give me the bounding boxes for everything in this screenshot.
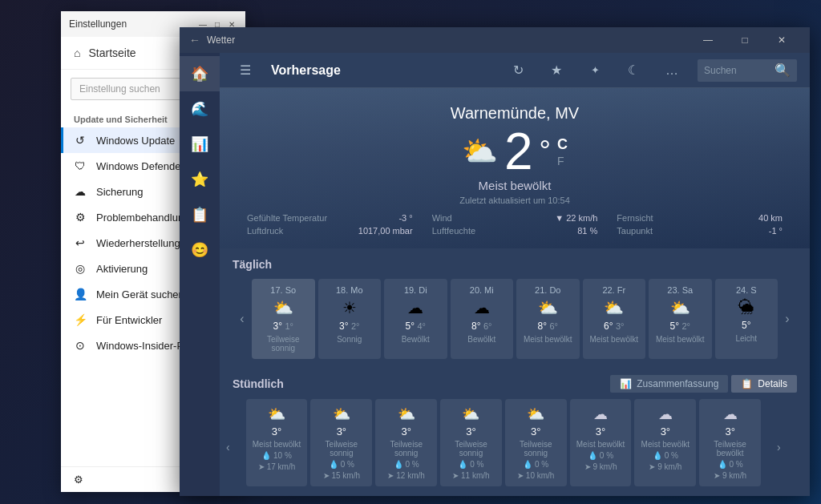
hour-temp-5: 3° [596,425,605,437]
day-icon-5: ⛅ [604,298,624,317]
hour-rain-7: 💧 0 % [718,460,743,469]
wiederherstellung-label: Wiederherstellung [96,237,180,249]
weather-topbar: ☰ Vorhersage ↻ ★ ✦ ☾ … 🔍 [220,53,810,88]
zusammenfassung-icon: 📊 [620,378,632,389]
sicherung-label: Sicherung [96,186,144,198]
hour-rain-2: 💧 0 % [394,460,419,469]
hour-label-6: Meist bewölkt [641,440,690,449]
unit-celsius[interactable]: C [557,136,568,153]
weather-sidebar: 🏠 🌊 📊 ⭐ 📋 😊 [180,53,220,496]
day-temps-4: 8° 6° [538,321,558,332]
daily-next-button[interactable]: › [778,279,797,359]
hour-label-3: Teilweise sonnig [443,440,499,458]
hour-rain-0: 💧 10 % [261,451,292,460]
hour-card-4[interactable]: ⛅ 3° Teilweise sonnig 💧 0 % ➤ 10 km/h [505,399,567,486]
weather-back-icon[interactable]: ← [189,34,200,46]
hour-temp-1: 3° [337,425,346,437]
refresh-icon[interactable]: ↻ [505,58,531,83]
day-card-3[interactable]: 20. Mi ☁ 8° 6° Bewölkt [451,279,514,359]
hour-wind-0: ➤ 17 km/h [258,462,295,471]
day-label-4: Meist bewölkt [524,335,572,344]
hourly-next-button[interactable]: › [774,441,784,454]
daily-scroll: ‹ 17. So ⛅ 3° 1° Teilweise sonnig 18. Mo [233,279,797,359]
hour-rain-3: 💧 0 % [458,460,483,469]
settings-title: Einstellungen [69,18,127,30]
search-input[interactable] [704,65,768,76]
day-card-4[interactable]: 21. Do ⛅ 8° 6° Meist bewölkt [516,279,580,359]
hour-rain-1: 💧 0 % [329,460,354,469]
hour-card-6[interactable]: ☁ 3° Meist bewölkt 💧 0 % ➤ 9 km/h [634,399,696,486]
entwickler-label: Für Entwickler [96,314,162,326]
day-card-1[interactable]: 18. Mo ☀ 3° 2° Sonnig [318,279,382,359]
day-card-7[interactable]: 24. S 🌦 5° Leicht [715,279,779,359]
hour-label-2: Teilweise sonnig [378,440,434,458]
hero-detail-dewpoint: Taupunkt -1 ° [613,226,786,236]
weather-window: ← Wetter — □ ✕ 🏠 🌊 📊 ⭐ 📋 😊 ☰ Vorhersage … [180,27,810,496]
hour-card-0[interactable]: ⛅ 3° Meist bewölkt 💧 10 % ➤ 17 km/h [246,399,308,486]
hour-icon-4: ⛅ [527,405,544,423]
home-icon: ⌂ [74,46,80,59]
daily-section: Täglich ‹ 17. So ⛅ 3° 1° Teilweise sonni… [220,248,810,369]
hour-card-1[interactable]: ⛅ 3° Teilweise sonnig 💧 0 % ➤ 15 km/h [310,399,372,486]
tab-zusammenfassung[interactable]: 📊 Zusammenfassung [610,375,728,393]
settings-icon[interactable]: ✦ [582,58,608,83]
mein-gerat-label: Mein Gerät suchen [96,288,184,300]
day-name-6: 23. Sa [667,285,693,295]
sidebar-nav-favorites[interactable]: ⭐ [180,162,220,197]
problembehandlung-label: Problembehandlung [96,212,189,224]
day-card-0[interactable]: 17. So ⛅ 3° 1° Teilweise sonnig [252,279,315,359]
moon-icon[interactable]: ☾ [621,58,646,83]
sidebar-nav-feedback[interactable]: 😊 [180,232,220,268]
hour-temp-6: 3° [661,425,670,437]
windows-defender-label: Windows Defender [96,160,184,172]
day-card-5[interactable]: 22. Fr ⛅ 6° 3° Meist bewölkt [583,279,646,359]
hour-card-5[interactable]: ☁ 3° Meist bewölkt 💧 0 % ➤ 9 km/h [570,399,632,486]
hour-wind-5: ➤ 9 km/h [584,462,617,471]
problembehandlung-icon: ⚙ [74,211,87,224]
hour-card-7[interactable]: ☁ 3° Teilweise bewölkt 💧 0 % ➤ 9 km/h [699,399,761,486]
day-card-2[interactable]: 19. Di ☁ 5° 4° Bewölkt [384,279,447,359]
hour-wind-2: ➤ 12 km/h [387,471,424,480]
day-name-7: 24. S [736,285,757,295]
hour-temp-4: 3° [531,425,540,437]
aktivierung-label: Aktivierung [96,263,148,275]
daily-prev-button[interactable]: ‹ [233,279,252,359]
day-label-1: Sonnig [337,335,362,344]
more-icon[interactable]: … [659,58,685,83]
hourly-title: Stündlich [233,377,284,390]
hour-temp-2: 3° [401,425,410,437]
hour-label-0: Meist bewölkt [253,440,301,449]
weather-maximize-button[interactable]: □ [726,27,763,53]
sidebar-nav-news[interactable]: 📋 [180,197,220,232]
hourly-prev-button[interactable]: ‹ [223,441,233,454]
topbar-search[interactable]: 🔍 [698,59,797,82]
hero-unit-col: C F [557,136,568,167]
weather-close-button[interactable]: ✕ [763,27,800,53]
hour-temp-3: 3° [466,425,475,437]
hour-rain-5: 💧 0 % [588,451,613,460]
hour-icon-1: ⛅ [333,405,350,423]
aktivierung-icon: ◎ [74,262,87,275]
hero-detail-pressure: Luftdruck 1017,00 mbar [244,226,416,236]
hero-temp-row: ⛅ 2 ° C F [244,126,786,177]
day-name-1: 18. Mo [336,285,363,295]
day-icon-0: ⛅ [273,298,293,317]
day-icon-1: ☀ [342,298,357,317]
sidebar-nav-forecast[interactable]: 🏠 [180,56,220,91]
tab-details[interactable]: 📋 Details [731,375,797,393]
favorites-icon[interactable]: ★ [544,58,569,83]
hour-card-3[interactable]: ⛅ 3° Teilweise sonnig 💧 0 % ➤ 11 km/h [440,399,502,486]
hour-card-2[interactable]: ⛅ 3° Teilweise sonnig 💧 0 % ➤ 12 km/h [375,399,437,486]
day-card-6[interactable]: 23. Sa ⛅ 5° 2° Meist bewölkt [649,279,712,359]
day-label-6: Meist bewölkt [656,335,705,344]
sidebar-nav-maps[interactable]: 🌊 [180,91,220,127]
windows-update-icon: ↺ [74,134,87,147]
weather-content: 🏠 🌊 📊 ⭐ 📋 😊 ☰ Vorhersage ↻ ★ ✦ ☾ … 🔍 [180,53,810,496]
hourly-cards: ⛅ 3° Meist bewölkt 💧 10 % ➤ 17 km/h ⛅ 3°… [233,399,774,494]
weather-minimize-button[interactable]: — [690,27,726,53]
hour-wind-7: ➤ 9 km/h [714,471,746,480]
unit-fahrenheit[interactable]: F [557,155,568,167]
hero-location: Warnemünde, MV [244,104,786,123]
sidebar-nav-historical[interactable]: 📊 [180,127,220,162]
menu-icon[interactable]: ☰ [233,58,258,83]
